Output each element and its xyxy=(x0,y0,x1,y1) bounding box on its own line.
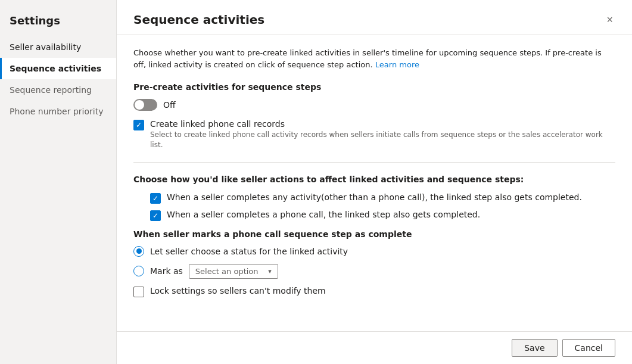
phone-call-records-label: Create linked phone call records xyxy=(150,119,615,129)
seller-actions-label2: When a seller completes a phone call, th… xyxy=(167,210,615,219)
seller-actions-checkbox2[interactable]: ✓ xyxy=(150,210,161,221)
description-text: Choose whether you want to pre-create li… xyxy=(133,47,615,70)
seller-actions-checkbox1-row: ✓ When a seller completes any activity(o… xyxy=(150,192,615,204)
radio1-row: Let seller choose a status for the linke… xyxy=(133,246,615,257)
sidebar-title: Settings xyxy=(0,10,116,36)
sidebar-item-seller-availability[interactable]: Seller availability xyxy=(0,36,116,58)
sidebar-item-sequence-activities[interactable]: Sequence activities xyxy=(0,58,116,79)
sidebar-item-sequence-reporting[interactable]: Sequence reporting xyxy=(0,79,116,101)
phone-call-records-checkbox[interactable]: ✓ xyxy=(133,120,144,130)
phone-call-section-label: When seller marks a phone call sequence … xyxy=(133,229,615,239)
checkmark1-icon: ✓ xyxy=(152,195,158,202)
radio1-label: Let seller choose a status for the linke… xyxy=(150,247,348,256)
seller-actions-options: ✓ When a seller completes any activity(o… xyxy=(133,192,615,221)
lock-settings-checkbox[interactable] xyxy=(133,287,144,297)
toggle-row: Off xyxy=(133,99,615,111)
seller-actions-checkbox1[interactable]: ✓ xyxy=(150,193,161,204)
toggle-label: Off xyxy=(163,100,176,110)
main-footer: Save Cancel xyxy=(117,331,632,364)
phone-call-records-sublabel: Select to create linked phone call activ… xyxy=(150,130,615,150)
main-panel: Sequence activities × Choose whether you… xyxy=(117,0,632,364)
sidebar: Settings Seller availability Sequence ac… xyxy=(0,0,117,364)
lock-settings-label: Lock settings so sellers can't modify th… xyxy=(150,286,615,295)
divider xyxy=(133,162,615,163)
radio1-button[interactable] xyxy=(133,246,144,257)
lock-settings-checkbox-row: Lock settings so sellers can't modify th… xyxy=(133,286,615,297)
sidebar-item-phone-number-priority[interactable]: Phone number priority xyxy=(0,101,116,122)
radio2-button[interactable] xyxy=(133,266,144,276)
main-header: Sequence activities × xyxy=(117,0,632,35)
status-dropdown[interactable]: Select an option ▾ xyxy=(189,264,278,279)
cancel-button[interactable]: Cancel xyxy=(562,339,615,357)
chevron-down-icon: ▾ xyxy=(268,267,272,275)
pre-create-toggle[interactable] xyxy=(133,99,157,111)
seller-actions-label: Choose how you'd like seller actions to … xyxy=(133,175,615,184)
dropdown-placeholder: Select an option xyxy=(195,267,259,276)
page-title: Sequence activities xyxy=(133,13,264,27)
app-window: Settings Seller availability Sequence ac… xyxy=(0,0,632,364)
radio2-label: Mark as xyxy=(150,266,183,276)
main-body: Choose whether you want to pre-create li… xyxy=(117,35,632,331)
pre-create-section-label: Pre-create activities for sequence steps xyxy=(133,82,615,92)
learn-more-link[interactable]: Learn more xyxy=(375,60,419,69)
checkmark2-icon: ✓ xyxy=(152,212,158,219)
close-button[interactable]: × xyxy=(604,12,615,27)
phone-call-records-checkbox-row: ✓ Create linked phone call records Selec… xyxy=(133,119,615,150)
radio2-row: Mark as Select an option ▾ xyxy=(133,264,615,279)
checkmark-icon: ✓ xyxy=(136,122,142,129)
seller-actions-label1: When a seller completes any activity(oth… xyxy=(167,192,615,202)
save-button[interactable]: Save xyxy=(512,339,557,357)
seller-actions-checkbox2-row: ✓ When a seller completes a phone call, … xyxy=(150,210,615,221)
